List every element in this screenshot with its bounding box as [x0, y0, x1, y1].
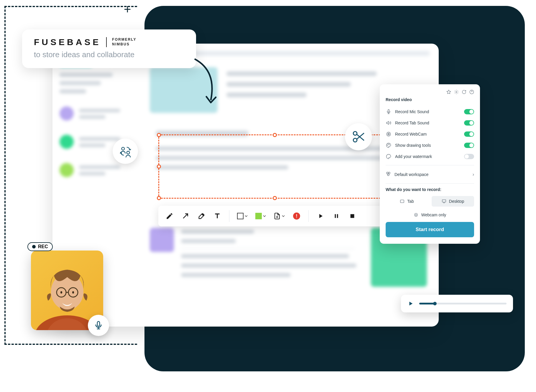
scissors-icon: [351, 129, 366, 144]
audio-thumb[interactable]: [433, 302, 437, 305]
webcam-preview: REC: [31, 251, 103, 330]
svg-rect-33: [97, 322, 100, 326]
svg-point-20: [388, 172, 390, 174]
row-drawing-tools: Show drawing tools: [386, 140, 474, 151]
webcam-small-icon: [414, 213, 418, 217]
svg-point-17: [388, 144, 389, 145]
webcam-icon: [386, 131, 392, 137]
eraser-icon[interactable]: [197, 212, 205, 220]
alert-icon[interactable]: [292, 212, 301, 220]
toggle-drawing[interactable]: [464, 143, 474, 148]
svg-point-31: [60, 291, 62, 294]
refresh-icon[interactable]: [462, 90, 466, 94]
handle-top-left[interactable]: [157, 133, 161, 137]
person-avatar: [36, 259, 98, 330]
record-panel-title: Record video: [386, 97, 474, 102]
handle-top-mid[interactable]: [273, 133, 277, 137]
help-icon[interactable]: [469, 90, 474, 94]
svg-point-19: [387, 172, 388, 174]
plus-corner-icon: +: [124, 2, 131, 17]
palette-icon: [386, 142, 392, 148]
toolbar-separator: [308, 210, 309, 222]
fusebase-tagline: to store ideas and collaborate: [34, 50, 184, 59]
fusebase-tooltip: FUSEBASE FORMERLY NIMBUS to store ideas …: [22, 29, 196, 68]
svg-point-21: [387, 174, 389, 176]
pause-icon[interactable]: [332, 212, 341, 220]
collaborate-badge: [113, 139, 138, 164]
microphone-icon: [94, 321, 103, 330]
panel-divider: [386, 183, 474, 184]
arrow-icon: [189, 56, 227, 109]
row-record-tab: Record Tab Sound: [386, 117, 474, 129]
fill-color-picker[interactable]: [255, 213, 266, 219]
workspace-icon: [386, 171, 391, 177]
rec-dot-icon: [32, 245, 36, 248]
row-record-mic: Record Mic Sound: [386, 106, 474, 117]
play-icon[interactable]: [407, 300, 414, 307]
svg-point-7: [127, 151, 130, 154]
toggle-tab-sound[interactable]: [464, 120, 474, 126]
rec-indicator: REC: [27, 242, 53, 251]
text-tool-icon[interactable]: [213, 212, 221, 220]
desktop-icon: [442, 199, 446, 204]
audio-track[interactable]: [419, 303, 507, 304]
svg-point-18: [389, 144, 390, 145]
handle-bot-mid[interactable]: [273, 196, 277, 200]
start-record-button[interactable]: Start record: [386, 222, 474, 237]
webcam-only-option[interactable]: Webcam only: [386, 210, 474, 222]
svg-rect-23: [442, 200, 446, 202]
svg-point-16: [387, 145, 388, 146]
svg-rect-4: [337, 214, 338, 218]
star-icon[interactable]: [446, 90, 451, 94]
toggle-watermark[interactable]: [464, 154, 474, 159]
toolbar-separator: [229, 210, 229, 222]
row-watermark: Add your watermark: [386, 151, 474, 162]
svg-point-24: [414, 213, 417, 217]
stop-icon[interactable]: [348, 212, 356, 220]
logo-divider: [106, 37, 107, 47]
panel-divider: [386, 165, 474, 165]
fusebase-logo: FUSEBASE FORMERLY NIMBUS: [34, 37, 184, 47]
gear-icon[interactable]: [454, 90, 459, 94]
speaker-icon: [386, 120, 392, 126]
annotation-toolbar: [158, 206, 391, 226]
workspace-selector[interactable]: Default workspace ›: [386, 168, 474, 180]
svg-point-32: [72, 291, 74, 294]
svg-rect-22: [400, 200, 404, 202]
audio-progress: [419, 303, 435, 304]
record-question: What do you want to record:: [386, 187, 474, 192]
play-icon[interactable]: [316, 212, 325, 220]
mic-badge[interactable]: [88, 315, 109, 336]
svg-rect-1: [296, 214, 297, 217]
toggle-webcam[interactable]: [464, 131, 474, 137]
document-tool-icon[interactable]: [274, 213, 285, 220]
record-desktop-option[interactable]: Desktop: [432, 196, 474, 207]
svg-rect-2: [296, 217, 297, 218]
svg-point-25: [415, 214, 417, 215]
record-settings-panel: Record video Record Mic Sound Record Tab…: [380, 84, 480, 244]
scissors-badge: [345, 123, 372, 150]
arrow-tool-icon[interactable]: [181, 212, 190, 220]
svg-rect-3: [335, 214, 336, 218]
row-record-webcam: Record WebCam: [386, 129, 474, 140]
handle-mid-left[interactable]: [157, 164, 161, 169]
chevron-right-icon: ›: [473, 172, 474, 177]
tab-icon: [400, 199, 405, 204]
svg-point-15: [388, 134, 389, 134]
toggle-mic[interactable]: [464, 109, 474, 114]
record-tab-option[interactable]: Tab: [386, 196, 428, 207]
stroke-color-picker[interactable]: [237, 213, 248, 219]
handle-bot-left[interactable]: [157, 196, 161, 200]
svg-rect-5: [351, 214, 354, 218]
watermark-icon: [386, 154, 392, 159]
svg-point-6: [122, 147, 125, 150]
pencil-icon[interactable]: [165, 212, 174, 220]
fusebase-logo-text: FUSEBASE: [34, 37, 101, 47]
svg-rect-12: [388, 110, 389, 112]
fusebase-sublabel: FORMERLY NIMBUS: [112, 37, 136, 47]
audio-player: [401, 295, 513, 312]
mic-icon: [386, 109, 392, 115]
collaborate-icon: [119, 144, 132, 158]
svg-point-10: [456, 91, 457, 93]
